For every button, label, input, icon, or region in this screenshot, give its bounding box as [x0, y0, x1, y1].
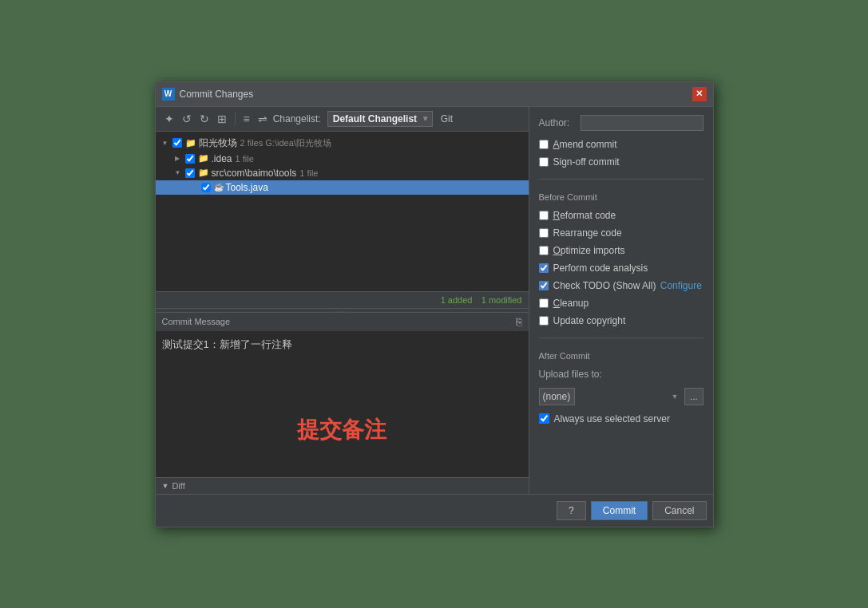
tree-idea[interactable]: ▶ 📁 .idea 1 file — [156, 152, 529, 166]
root-arrow-icon: ▼ — [162, 140, 170, 147]
redo-button[interactable]: ↻ — [197, 111, 212, 127]
reformat-label[interactable]: Reformat code — [553, 210, 616, 221]
amend-rest: mend commit — [560, 139, 617, 150]
cleanup-checkbox[interactable] — [539, 298, 549, 308]
cleanup-label[interactable]: Cleanup — [553, 298, 589, 309]
tree-root[interactable]: ▼ 📁 阳光牧场 2 files G:\idea\阳光牧场 — [156, 135, 529, 152]
check-todo-text: Check TODO (Show All) — [553, 280, 656, 291]
status-added: 1 added — [441, 295, 473, 305]
right-panel: Author: Amend commit Sign-off commit Bef… — [529, 107, 713, 494]
diff-label: Diff — [172, 481, 184, 491]
signoff-label[interactable]: Sign-off commit — [553, 156, 620, 168]
cleanup-row: Cleanup — [539, 298, 704, 309]
filter-button[interactable]: ⇌ — [256, 111, 270, 127]
tree-src[interactable]: ▼ 📁 src\com\baimo\tools 1 file — [156, 166, 529, 180]
add-button[interactable]: ✦ — [162, 111, 176, 127]
title-bar: W Commit Changes ✕ — [156, 82, 713, 107]
changelist-select[interactable]: Default Changelist — [327, 111, 433, 127]
cleanup-rest: leanup — [560, 298, 589, 309]
java-filename: Tools.java — [226, 182, 268, 193]
idea-meta: 1 file — [236, 154, 254, 164]
list-button[interactable]: ≡ — [241, 111, 252, 127]
rearrange-checkbox[interactable] — [539, 228, 549, 238]
upload-select-wrapper: (none) ▼ — [539, 388, 682, 405]
diff-section[interactable]: ▼ Diff — [156, 477, 529, 494]
always-label[interactable]: Always use selected server — [554, 413, 670, 424]
src-checkbox[interactable] — [185, 168, 195, 178]
optimize-underline: O — [553, 245, 561, 256]
perform-label[interactable]: Perform code analysis — [553, 263, 648, 274]
check-todo-label[interactable]: Check TODO (Show All) Configure — [553, 280, 702, 291]
undo-button[interactable]: ↺ — [180, 111, 194, 127]
root-meta: 2 files G:\idea\阳光牧场 — [240, 137, 331, 149]
commit-message-input[interactable] — [156, 331, 529, 477]
main-content: ✦ ↺ ↻ ⊞ ≡ ⇌ Changelist: Default Changeli… — [156, 107, 713, 494]
amend-underline: A — [553, 139, 560, 150]
toolbar: ✦ ↺ ↻ ⊞ ≡ ⇌ Changelist: Default Changeli… — [156, 107, 529, 132]
java-checkbox[interactable] — [201, 183, 211, 192]
amend-label[interactable]: Amend commit — [553, 139, 617, 150]
upload-select[interactable]: (none) — [539, 388, 575, 405]
file-tree: ▼ 📁 阳光牧场 2 files G:\idea\阳光牧场 ▶ 📁 .idea … — [156, 132, 529, 291]
perform-row: Perform code analysis — [539, 263, 704, 274]
changelist-label: Changelist: — [273, 113, 321, 124]
amend-row: Amend commit — [539, 139, 704, 150]
idea-checkbox[interactable] — [185, 154, 195, 164]
reformat-underline: R — [553, 210, 561, 221]
optimize-label[interactable]: Optimize imports — [553, 245, 625, 256]
help-button[interactable]: ? — [557, 501, 586, 520]
always-checkbox[interactable] — [539, 413, 549, 424]
cancel-button[interactable]: Cancel — [652, 501, 706, 520]
check-todo-checkbox[interactable] — [539, 281, 549, 290]
git-label: Git — [441, 113, 453, 124]
diff-arrow-icon: ▼ — [162, 482, 169, 490]
author-input[interactable] — [581, 115, 704, 131]
commit-button[interactable]: Commit — [591, 501, 648, 520]
commit-textarea-wrapper: 提交备注 — [156, 331, 529, 477]
left-panel: ✦ ↺ ↻ ⊞ ≡ ⇌ Changelist: Default Changeli… — [156, 107, 529, 494]
close-button[interactable]: ✕ — [692, 87, 707, 101]
status-bar: 1 added 1 modified — [156, 291, 529, 308]
window-title: Commit Changes — [180, 89, 254, 100]
changelist-wrapper: Default Changelist ▼ — [327, 111, 430, 127]
update-copyright-label[interactable]: Update copyright — [553, 315, 626, 326]
java-file-icon: ☕ — [214, 183, 224, 191]
idea-arrow-icon: ▶ — [175, 155, 183, 162]
perform-checkbox[interactable] — [539, 263, 549, 273]
grid-button[interactable]: ⊞ — [215, 111, 229, 127]
commit-message-label: Commit Message — [162, 317, 231, 326]
root-folder-icon: 📁 — [185, 138, 196, 148]
rearrange-row: Rearrange code — [539, 227, 704, 239]
reformat-row: Reformat code — [539, 210, 704, 221]
configure-link[interactable]: Configure — [660, 280, 702, 291]
upload-arrow-icon: ▼ — [671, 393, 678, 401]
reformat-checkbox[interactable] — [539, 211, 549, 220]
browse-button[interactable]: ... — [684, 388, 703, 405]
title-bar-left: W Commit Changes — [162, 88, 254, 101]
root-checkbox[interactable] — [172, 138, 182, 148]
update-copyright-checkbox[interactable] — [539, 316, 549, 326]
always-row: Always use selected server — [539, 413, 704, 424]
divider-1 — [539, 179, 704, 180]
root-name: 阳光牧场 — [199, 136, 237, 150]
signoff-row: Sign-off commit — [539, 156, 704, 168]
rearrange-label[interactable]: Rearrange code — [553, 227, 622, 239]
tree-tools-java[interactable]: ☕ Tools.java — [156, 180, 529, 195]
commit-header: Commit Message ⎘ — [156, 313, 529, 331]
optimize-checkbox[interactable] — [539, 246, 549, 255]
copy-icon[interactable]: ⎘ — [516, 316, 522, 328]
src-meta: 1 file — [299, 168, 318, 178]
check-todo-row: Check TODO (Show All) Configure — [539, 280, 704, 291]
src-folder-icon: 📁 — [198, 168, 209, 178]
upload-row: (none) ▼ ... — [539, 388, 704, 405]
idea-folder-icon: 📁 — [198, 153, 209, 164]
optimize-rest: ptimize imports — [561, 245, 625, 256]
author-label: Author: — [539, 117, 576, 128]
amend-checkbox[interactable] — [539, 140, 549, 149]
signoff-checkbox[interactable] — [539, 157, 549, 167]
divider-2 — [539, 338, 704, 338]
before-commit-title: Before Commit — [539, 192, 704, 202]
bottom-buttons: ? Commit Cancel — [156, 494, 713, 527]
idea-name: .idea — [212, 153, 232, 164]
src-name: src\com\baimo\tools — [212, 168, 297, 179]
